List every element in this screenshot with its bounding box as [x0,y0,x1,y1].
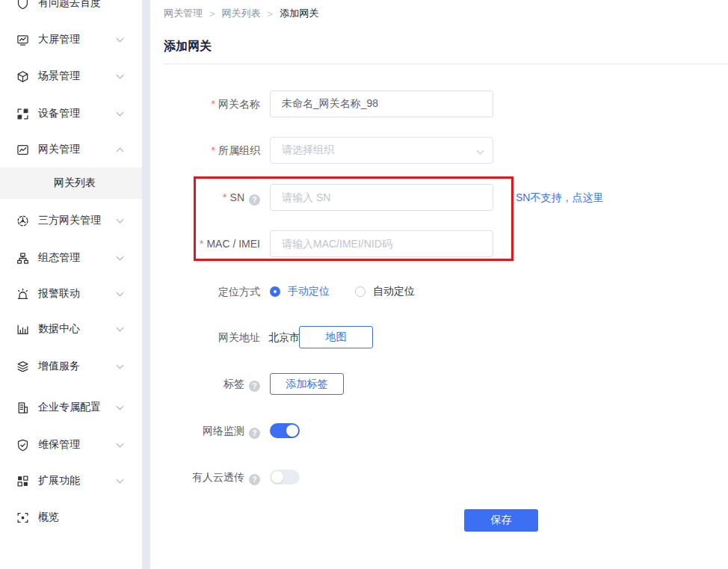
sn-label: *SN? [150,184,260,211]
map-button[interactable]: 地图 [299,326,373,348]
sidebar-item-label: 场景管理 [38,70,80,83]
sidebar-item-extensions[interactable]: 扩展功能 [0,462,142,499]
sidebar-item-gateway-mgmt[interactable]: 网关管理 [0,131,142,168]
chevron-down-icon [117,325,124,332]
chevron-up-icon [117,148,124,156]
required-mark: * [200,238,203,250]
grid-icon [16,475,29,488]
chevron-down-icon [117,362,124,369]
organization-select[interactable]: 请选择组织 [270,137,493,164]
add-tag-button[interactable]: 添加标签 [270,373,344,395]
save-button[interactable]: 保存 [464,509,538,532]
required-mark: * [223,191,226,203]
auto-positioning-radio[interactable] [355,286,365,297]
chevron-down-icon [117,35,124,43]
breadcrumb-separator: > [268,8,274,19]
sidebar-item-label: 网关管理 [38,143,80,156]
auto-positioning-label[interactable]: 自动定位 [373,285,415,298]
breadcrumb-add-gateway: 添加网关 [280,7,318,20]
breadcrumb-separator: > [209,8,215,19]
title-divider [164,64,728,64]
help-icon[interactable]: ? [249,381,260,392]
bar-chart-icon [16,323,29,336]
help-icon[interactable]: ? [249,428,260,439]
sidebar-item-label: 维保管理 [38,438,80,452]
tags-label: 标签? [150,373,260,395]
sidebar-item-help[interactable]: 有问题去百度 [0,0,142,22]
mac-imei-input[interactable] [270,230,493,257]
shield-icon [16,0,29,10]
positioning-label: 定位方式 [150,281,260,302]
breadcrumb-gateway-mgmt[interactable]: 网关管理 [164,7,203,20]
chevron-down-icon [117,476,124,484]
breadcrumb-gateway-list[interactable]: 网关列表 [222,7,261,20]
manual-positioning-radio[interactable] [270,286,280,297]
sidebar-item-scene-mgmt[interactable]: 场景管理 [0,58,142,95]
organization-placeholder: 请选择组织 [282,144,334,157]
sidebar-item-alarm-linkage[interactable]: 报警联动 [0,275,142,313]
sidebar-item-config-mgmt[interactable]: 组态管理 [0,239,142,277]
sidebar-item-label: 概览 [38,511,59,524]
chevron-down-icon [117,403,124,410]
sn-not-supported-link[interactable]: SN不支持，点这里 [516,191,603,205]
shield-check-icon [16,439,29,452]
sidebar-item-overview[interactable]: 概览 [0,499,142,536]
page-title: 添加网关 [164,39,212,55]
sidebar-item-label: 企业专属配置 [38,401,101,414]
sidebar-subitem-label: 网关列表 [54,176,96,190]
trend-chart-icon [16,144,29,156]
layers-icon [16,360,29,373]
building-icon [16,402,29,414]
sidebar-item-enterprise-config[interactable]: 企业专属配置 [0,389,142,426]
gateway-name-input[interactable] [270,90,493,117]
gateway-address-value: 北京市 [268,326,300,348]
breadcrumb: 网关管理 > 网关列表 > 添加网关 [164,7,318,20]
sidebar-divider [142,0,150,569]
toggle-knob [271,471,283,483]
sidebar-item-maintenance[interactable]: 维保管理 [0,426,142,464]
sidebar-item-third-party-gateway[interactable]: 三方网关管理 [0,202,142,239]
sidebar-item-device-mgmt[interactable]: 设备管理 [0,95,142,132]
required-mark: * [212,144,215,156]
screen-icon [16,34,29,46]
cloud-passthrough-label: 有人云透传? [150,470,260,485]
sn-input[interactable] [270,184,493,211]
sidebar: 有问题去百度 大屏管理 场景管理 设备管理 网关 [0,0,142,569]
sidebar-item-label: 有问题去百度 [38,0,101,10]
alarm-icon [16,288,29,301]
sidebar-item-gateway-list[interactable]: 网关列表 [0,167,142,199]
help-icon[interactable]: ? [249,474,260,485]
chevron-down-icon [117,440,124,448]
topology-icon [16,252,29,265]
sidebar-item-label: 扩展功能 [38,474,80,488]
sidebar-item-label: 三方网关管理 [38,214,101,227]
sidebar-item-screen-mgmt[interactable]: 大屏管理 [0,21,142,58]
sidebar-item-label: 增值服务 [38,360,80,373]
chevron-down-icon [117,72,124,79]
sidebar-item-label: 报警联动 [38,287,80,301]
sidebar-item-label: 组态管理 [38,251,80,265]
cloud-passthrough-toggle[interactable] [270,470,300,485]
chevron-down-icon [117,216,124,224]
cube-icon [16,70,29,83]
chevron-down-icon [117,109,124,117]
chevron-down-icon [117,289,124,297]
sidebar-item-value-added[interactable]: 增值服务 [0,348,142,385]
sidebar-item-data-center[interactable]: 数据中心 [0,310,142,348]
gateway-name-label: *网关名称 [150,90,260,117]
organization-label: *所属组织 [150,137,260,164]
manual-positioning-label[interactable]: 手动定位 [288,285,330,298]
sidebar-item-label: 数据中心 [38,322,80,336]
sidebar-item-label: 设备管理 [38,107,80,120]
sidebar-item-label: 大屏管理 [38,33,80,46]
device-grid-icon [16,108,29,120]
network-monitor-toggle[interactable] [270,423,300,438]
scan-icon [16,511,29,524]
chevron-down-icon [117,253,124,261]
positioning-radio-group: 手动定位 自动定位 [270,281,415,302]
network-monitor-label: 网络监测? [150,423,260,439]
main-content: 网关管理 > 网关列表 > 添加网关 添加网关 *网关名称 *所属组织 请选择组… [150,0,728,569]
help-icon[interactable]: ? [249,194,260,206]
required-mark: * [212,98,215,110]
gateway-address-label: 网关地址 [150,326,260,348]
